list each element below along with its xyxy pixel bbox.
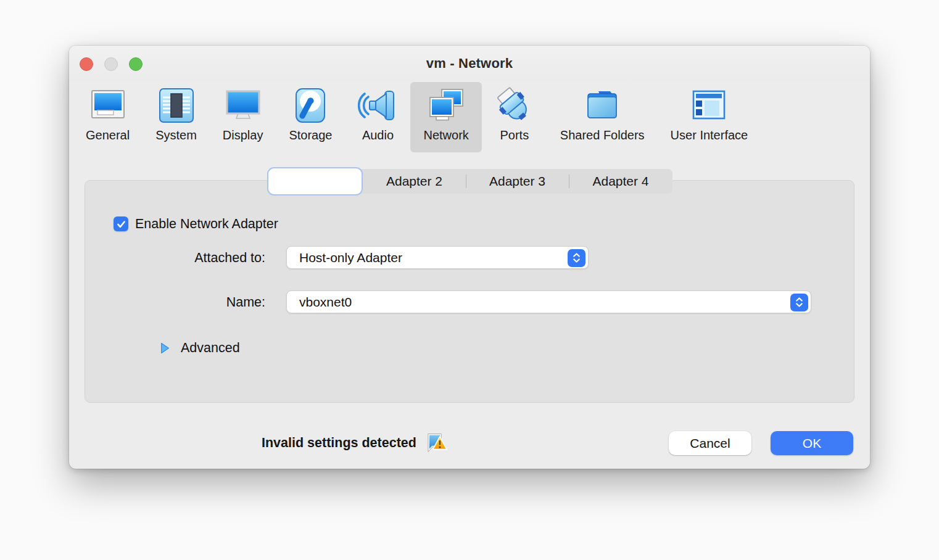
tab-adapter-2[interactable]: Adapter 2 [363, 169, 466, 194]
speaker-icon [358, 86, 397, 125]
monitor-general-icon [88, 86, 128, 125]
name-value: vboxnet0 [287, 295, 352, 310]
toolbar-label: Audio [362, 128, 394, 142]
popup-stepper-icon [790, 294, 808, 311]
attached-to-select[interactable]: Host-only Adapter [286, 246, 589, 269]
title-bar: vm - Network [69, 46, 870, 81]
toolbar-item-audio[interactable]: Audio [345, 82, 410, 152]
enable-network-adapter-label: Enable Network Adapter [135, 216, 278, 232]
toolbar-label: Shared Folders [560, 128, 645, 142]
checkmark-icon [115, 218, 127, 230]
name-label: Name: [106, 295, 265, 310]
port-connector-icon [495, 86, 534, 125]
toolbar-label: System [155, 128, 197, 142]
settings-window: vm - Network General System [69, 46, 870, 469]
toolbar-label: General [86, 128, 130, 142]
tab-adapter-4[interactable]: Adapter 4 [569, 169, 672, 194]
tab-separator [569, 175, 569, 188]
toolbar-label: Storage [289, 128, 332, 142]
tab-label: Adapter 4 [592, 174, 648, 189]
enable-network-adapter-checkbox[interactable] [114, 216, 128, 231]
disclosure-triangle-icon [160, 342, 170, 354]
tab-separator [466, 175, 466, 188]
toolbar-label: Display [223, 128, 263, 142]
attached-to-value: Host-only Adapter [287, 250, 402, 265]
ok-button[interactable]: OK [771, 431, 853, 455]
network-monitors-icon [426, 86, 466, 125]
window-layout-icon [689, 86, 729, 125]
toolbar-item-shared-folders[interactable]: Shared Folders [547, 82, 658, 152]
hard-disk-icon [291, 86, 330, 125]
tab-adapter-1[interactable] [267, 167, 363, 196]
name-select[interactable]: vboxnet0 [286, 290, 811, 313]
toolbar-item-storage[interactable]: Storage [276, 82, 345, 152]
toolbar-item-network[interactable]: Network [410, 82, 481, 152]
toolbar-item-display[interactable]: Display [210, 82, 276, 152]
warning-icon [427, 432, 447, 453]
display-icon [223, 86, 263, 125]
toolbar-label: Ports [500, 128, 529, 142]
tab-label: Adapter 2 [386, 174, 442, 189]
advanced-label: Advanced [181, 340, 240, 356]
invalid-settings-text: Invalid settings detected [262, 435, 416, 451]
toolbar-item-user-interface[interactable]: User Interface [658, 82, 761, 152]
tab-adapter-3[interactable]: Adapter 3 [466, 169, 569, 194]
settings-toolbar: General System Display [73, 81, 866, 154]
toolbar-label: Network [423, 128, 468, 142]
folder-icon [582, 86, 622, 125]
window-title: vm - Network [69, 56, 870, 72]
tab-label: Adapter 3 [489, 174, 545, 189]
toolbar-item-system[interactable]: System [143, 82, 210, 152]
toolbar-item-ports[interactable]: Ports [482, 82, 547, 152]
chip-icon [157, 86, 196, 125]
advanced-disclosure[interactable]: Advanced [160, 340, 240, 356]
popup-stepper-icon [568, 249, 585, 267]
status-message: Invalid settings detected [262, 432, 447, 454]
cancel-button[interactable]: Cancel [669, 431, 751, 455]
adapter-tabs: Adapter 2 Adapter 3 Adapter 4 [267, 169, 672, 194]
toolbar-item-general[interactable]: General [73, 82, 143, 152]
attached-to-label: Attached to: [106, 250, 265, 266]
toolbar-label: User Interface [671, 128, 748, 142]
